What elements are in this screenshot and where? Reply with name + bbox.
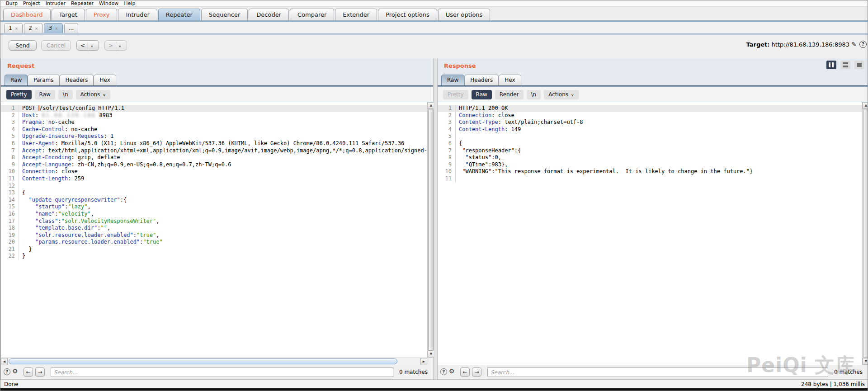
send-button[interactable]: Send <box>9 40 37 51</box>
search-previous-button[interactable]: ← <box>24 367 33 377</box>
repeater-tab-item[interactable]: ... <box>64 23 78 33</box>
panel-divider[interactable] <box>434 58 437 379</box>
scroll-down-icon[interactable]: ▼ <box>863 358 868 365</box>
tab-proxy[interactable]: Proxy <box>86 9 118 20</box>
search-next-button[interactable]: → <box>35 367 45 377</box>
code-line[interactable]: 8Accept-Encoding: gzip, deflate <box>1 154 427 161</box>
request-actions-button[interactable]: Actions∨ <box>76 90 110 99</box>
code-line[interactable]: 22} <box>1 253 427 260</box>
tab-repeater[interactable]: Repeater <box>158 9 200 20</box>
scrollbar-thumb[interactable] <box>863 109 868 358</box>
code-line[interactable]: 10 "WARNING":"This response format is ex… <box>438 168 862 175</box>
code-line[interactable]: 5Upgrade-Insecure-Requests: 1 <box>1 133 427 140</box>
scrollbar-thumb[interactable] <box>428 109 434 351</box>
next-request-button[interactable]: >▾ <box>104 40 127 51</box>
repeater-tab-1[interactable]: 1× <box>4 23 23 33</box>
code-line[interactable]: 2Connection: close <box>438 112 862 119</box>
response-editor[interactable]: 1HTTP/1.1 200 OK2Connection: close3Conte… <box>438 102 862 365</box>
code-line[interactable]: 9Accept-Language: zh-CN,zh;q=0.9,en-US;q… <box>1 161 427 169</box>
menu-burp[interactable]: Burp <box>3 0 20 6</box>
code-line[interactable]: 20 "params.resource.loader.enabled":"tru… <box>1 239 427 246</box>
code-line[interactable]: 12 <box>1 183 427 190</box>
repeater-tab-3[interactable]: 3× <box>44 23 62 33</box>
scroll-right-icon[interactable]: ▶ <box>420 358 427 365</box>
response-raw-button[interactable]: Raw <box>472 90 492 99</box>
search-next-button[interactable]: → <box>472 367 481 377</box>
request-horizontal-scrollbar[interactable]: ◀ ▶ <box>1 358 427 365</box>
close-tab-icon[interactable]: × <box>15 26 19 31</box>
code-line[interactable]: 7 "responseHeader":{ <box>438 147 862 155</box>
response-vertical-scrollbar[interactable]: ▲ ▼ <box>862 102 868 365</box>
request-editor[interactable]: 1POST /solr/test/config HTTP/1.12Host: 8… <box>1 102 427 358</box>
code-line[interactable]: 15 "startup":"lazy", <box>1 203 427 211</box>
tab-dashboard[interactable]: Dashboard <box>3 9 51 20</box>
request-n-button[interactable]: \n <box>58 90 73 99</box>
search-help-icon[interactable]: ? <box>440 368 447 375</box>
menu-intruder[interactable]: Intruder <box>43 0 68 6</box>
code-line[interactable]: 3Pragma: no-cache <box>1 119 427 126</box>
request-vertical-scrollbar[interactable]: ▲ ▼ <box>427 102 434 358</box>
menu-help[interactable]: Help <box>121 0 138 6</box>
response-render-button[interactable]: Render <box>495 90 524 99</box>
code-line[interactable]: 8 "status":0, <box>438 154 862 161</box>
tab-target[interactable]: Target <box>52 9 85 20</box>
previous-request-button[interactable]: <▾ <box>76 40 99 51</box>
scroll-left-icon[interactable]: ◀ <box>1 358 8 365</box>
code-line[interactable]: 18 "template.base.dir":"", <box>1 225 427 232</box>
code-line[interactable]: 21 } <box>1 246 427 253</box>
tab-sequencer[interactable]: Sequencer <box>201 9 248 20</box>
code-line[interactable]: 17 "class":"solr.VelocityResponseWriter"… <box>1 218 427 225</box>
close-tab-icon[interactable]: × <box>35 26 38 31</box>
code-line[interactable]: 6{ <box>438 140 862 147</box>
close-tab-icon[interactable]: × <box>55 26 58 31</box>
response-n-button[interactable]: \n <box>527 90 541 99</box>
tab-comparer[interactable]: Comparer <box>290 9 334 20</box>
search-previous-button[interactable]: ← <box>460 367 470 377</box>
response-tab-headers[interactable]: Headers <box>464 75 499 85</box>
tab-intruder[interactable]: Intruder <box>118 9 157 20</box>
code-line[interactable]: 13{ <box>1 189 427 197</box>
help-icon[interactable]: ? <box>859 41 867 48</box>
request-pretty-button[interactable]: Pretty <box>6 90 32 99</box>
menu-project[interactable]: Project <box>20 0 43 6</box>
request-raw-button[interactable]: Raw <box>35 90 55 99</box>
chevron-down-icon[interactable]: ▾ <box>116 42 123 51</box>
tab-user-options[interactable]: User options <box>438 9 491 20</box>
code-line[interactable]: 2Host: 81.68.139.186 8983 <box>1 112 427 119</box>
code-line[interactable]: 5 <box>438 133 862 140</box>
columns-layout-icon[interactable] <box>826 61 836 69</box>
edit-target-icon[interactable]: ✎ <box>851 41 857 48</box>
code-line[interactable]: 19 "solr.resource.loader.enabled":"true"… <box>1 232 427 239</box>
code-line[interactable]: 7Accept: text/html,application/xhtml+xml… <box>1 147 427 155</box>
scrollbar-thumb[interactable] <box>9 358 397 364</box>
code-line[interactable]: 1HTTP/1.1 200 OK <box>438 105 862 112</box>
menu-window[interactable]: Window <box>96 0 121 6</box>
repeater-tab-2[interactable]: 2× <box>24 23 42 33</box>
rows-layout-icon[interactable] <box>840 61 850 69</box>
search-help-icon[interactable]: ? <box>4 368 10 375</box>
code-line[interactable]: 4Cache-Control: no-cache <box>1 126 427 133</box>
response-pretty-button[interactable]: Pretty <box>443 90 468 99</box>
menu-repeater[interactable]: Repeater <box>68 0 96 6</box>
response-actions-button[interactable]: Actions∨ <box>544 90 578 99</box>
request-search-input[interactable] <box>51 367 393 377</box>
cancel-button[interactable]: Cancel <box>41 40 71 51</box>
response-tab-raw[interactable]: Raw <box>441 75 464 85</box>
code-line[interactable]: 14 "update-queryresponsewriter":{ <box>1 197 427 204</box>
chevron-down-icon[interactable]: ▾ <box>88 42 95 51</box>
code-line[interactable]: 6User-Agent: Mozilla/5.0 (X11; Linux x86… <box>1 140 427 147</box>
code-line[interactable]: 16 "name":"velocity", <box>1 211 427 218</box>
code-line[interactable]: 1POST /solr/test/config HTTP/1.1 <box>1 105 427 112</box>
response-tab-hex[interactable]: Hex <box>499 75 521 85</box>
request-tab-params[interactable]: Params <box>28 75 59 85</box>
code-line[interactable]: 9 "QTime":983}, <box>438 161 862 169</box>
tab-decoder[interactable]: Decoder <box>249 9 289 20</box>
request-tab-raw[interactable]: Raw <box>5 75 28 85</box>
request-tab-headers[interactable]: Headers <box>60 75 94 85</box>
code-line[interactable]: 10Connection: close <box>1 168 427 175</box>
search-settings-gear-icon[interactable]: ⚙ <box>12 367 18 375</box>
tab-extender[interactable]: Extender <box>335 9 377 20</box>
code-line[interactable]: 11 <box>438 175 862 183</box>
request-tab-hex[interactable]: Hex <box>94 75 116 85</box>
tab-project-options[interactable]: Project options <box>378 9 437 20</box>
